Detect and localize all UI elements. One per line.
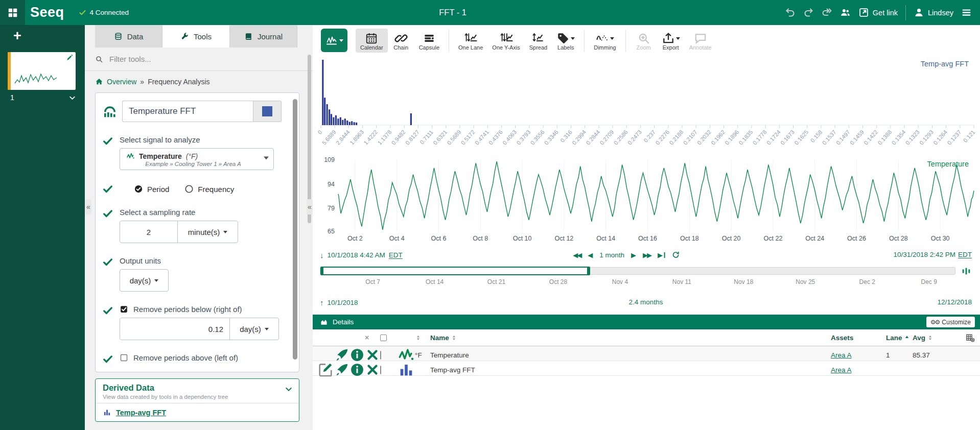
svg-text:Oct 22: Oct 22 (764, 235, 783, 242)
toolbar-button-dimming[interactable]: Dimming (589, 29, 620, 53)
toolbar-button-one-lane[interactable]: One Lane (454, 29, 487, 53)
sort-icon[interactable] (927, 335, 934, 341)
hamburger-menu-icon[interactable] (961, 7, 972, 18)
tool-search-row (85, 47, 313, 71)
remove-above-checkbox[interactable]: Remove periods above (left of) (120, 353, 282, 362)
add-column-icon[interactable] (965, 333, 975, 343)
period-radio[interactable]: Period (134, 184, 169, 194)
collapse-panel-handle[interactable]: « (307, 199, 313, 214)
tab-data[interactable]: Data (95, 25, 162, 47)
display-mode-button[interactable] (321, 29, 347, 52)
svg-text:0.3556: 0.3556 (529, 129, 546, 146)
frequency-radio[interactable]: Frequency (184, 184, 234, 194)
toolbar-button-export[interactable]: Export (657, 29, 685, 53)
capsule-time-icon[interactable] (961, 266, 972, 277)
redo-all-icon[interactable] (822, 7, 832, 18)
info-icon[interactable] (349, 347, 365, 363)
range-start-timezone[interactable]: EDT (389, 251, 403, 259)
sampling-unit-select[interactable]: minute(s) (177, 221, 238, 243)
select-all-checkbox[interactable] (380, 335, 387, 341)
connection-status[interactable]: 4 Connected (79, 9, 129, 16)
users-icon[interactable] (840, 7, 851, 18)
rocket-icon[interactable] (334, 362, 349, 377)
toolbar-button-calendar[interactable]: Calendar (356, 29, 388, 53)
auto-update-button[interactable] (671, 251, 680, 259)
toolbar-button-one-y-axis[interactable]: One Y-Axis (487, 29, 524, 53)
edit-icon[interactable] (317, 361, 334, 378)
get-link-button[interactable]: Get link (858, 7, 898, 18)
toolbar-button-labels[interactable]: Labels (552, 29, 579, 53)
worksheet-chevron-down-icon[interactable] (68, 94, 76, 102)
timeline-selection[interactable] (320, 267, 590, 275)
fft-legend[interactable]: Temp-avg FFT (921, 60, 969, 68)
add-worksheet-button[interactable]: + (0, 25, 85, 46)
remove-below-input[interactable] (120, 318, 229, 340)
tools-panel-scrollbar[interactable] (308, 55, 311, 223)
remove-icon[interactable] (365, 347, 380, 363)
row-checkbox[interactable] (380, 366, 381, 374)
fft-chart[interactable]: Temp-avg FFT 05.68892.84441.89631.42221.… (318, 56, 974, 154)
checkbox-empty-icon (120, 353, 128, 362)
toolbar-button-chain[interactable]: Chain (388, 29, 414, 53)
app-switcher-button[interactable] (0, 0, 25, 25)
breadcrumb-overview[interactable]: Overview (107, 78, 136, 86)
toolbar-button-spread[interactable]: Spread (525, 29, 552, 53)
timeline-track[interactable] (320, 267, 955, 275)
toolbar-button-capsule[interactable]: Capsule (414, 29, 444, 53)
undo-icon[interactable] (785, 7, 796, 18)
remove-below-unit-select[interactable]: day(s) (229, 318, 278, 340)
column-assets[interactable]: Assets (831, 334, 886, 342)
tab-tools[interactable]: Tools (162, 25, 230, 47)
item-name[interactable]: Temperature (430, 351, 469, 359)
rocket-icon[interactable] (334, 347, 349, 363)
range-end-timezone[interactable]: EDT (958, 251, 972, 258)
column-name[interactable]: Name (430, 334, 449, 342)
step-forward-button[interactable]: ▶ (631, 251, 636, 259)
color-picker-button[interactable] (253, 101, 282, 122)
output-units-label: Output units (120, 256, 282, 265)
column-avg[interactable]: Avg (913, 334, 925, 342)
temperature-legend[interactable]: Temperature (927, 160, 969, 168)
tool-name-input[interactable] (122, 101, 253, 122)
unit-label: °F (415, 351, 422, 359)
customize-button[interactable]: ⚙⚙ Customize (926, 317, 975, 327)
remove-all-icon[interactable]: × (365, 333, 380, 342)
column-lane[interactable]: Lane (886, 334, 902, 342)
sort-icon[interactable] (415, 335, 422, 341)
step-back-half-button[interactable]: ◀◀ (573, 251, 581, 259)
info-icon[interactable] (349, 362, 365, 377)
asset-link[interactable]: Area A (831, 351, 852, 359)
investigate-start[interactable]: ↑ 10/1/2018 (320, 298, 358, 307)
table-row-temp-avg-fft[interactable]: Temp-avg FFTArea A (313, 361, 980, 376)
temperature-chart[interactable]: Temperature 109947965Oct 2Oct 4Oct 6Oct … (318, 154, 974, 247)
table-row-temperature[interactable]: °FTemperatureArea A185.37 (313, 346, 980, 361)
asset-link[interactable]: Area A (831, 366, 852, 374)
sort-icon[interactable] (451, 335, 457, 341)
tool-card-scrollbar[interactable] (293, 99, 297, 360)
worksheet-thumbnail[interactable] (8, 52, 76, 90)
derived-data-item[interactable]: Temp-avg FFT (96, 403, 299, 421)
filter-tools-input[interactable] (108, 54, 302, 64)
signal-select-dropdown[interactable]: Temperature (°F) Example » Cooling Tower… (120, 148, 274, 170)
step-forward-half-button[interactable]: ▶▶ (643, 251, 651, 259)
duration-label[interactable]: 1 month (599, 251, 624, 259)
derived-data-header[interactable]: Derived Data View data created by tools … (96, 379, 299, 403)
remove-below-checkbox[interactable]: Remove periods below (right of) (120, 305, 282, 314)
output-unit-select[interactable]: day(s) (120, 269, 169, 292)
row-checkbox[interactable] (380, 351, 381, 360)
remove-icon[interactable] (365, 362, 380, 377)
range-start-control[interactable]: ↓ 10/1/2018 4:42 AM EDT (320, 251, 403, 259)
svg-text:0.1422: 0.1422 (862, 129, 879, 146)
investigate-end[interactable]: 12/12/2018 (937, 298, 972, 306)
item-name[interactable]: Temp-avg FFT (430, 366, 475, 374)
collapse-rail-handle[interactable]: « (85, 199, 91, 214)
user-menu[interactable]: Lindsey (914, 7, 953, 18)
investigate-span[interactable]: 2.4 months (629, 298, 663, 306)
range-end-control[interactable]: 10/31/2018 2:42 PM EDT (893, 251, 972, 258)
home-icon[interactable] (95, 78, 103, 86)
sampling-rate-input[interactable] (120, 221, 177, 243)
step-back-button[interactable]: ◀ (588, 251, 593, 259)
step-to-now-button[interactable]: ▶ (658, 251, 665, 259)
redo-icon[interactable] (803, 7, 814, 18)
tab-journal[interactable]: Journal (230, 25, 297, 47)
